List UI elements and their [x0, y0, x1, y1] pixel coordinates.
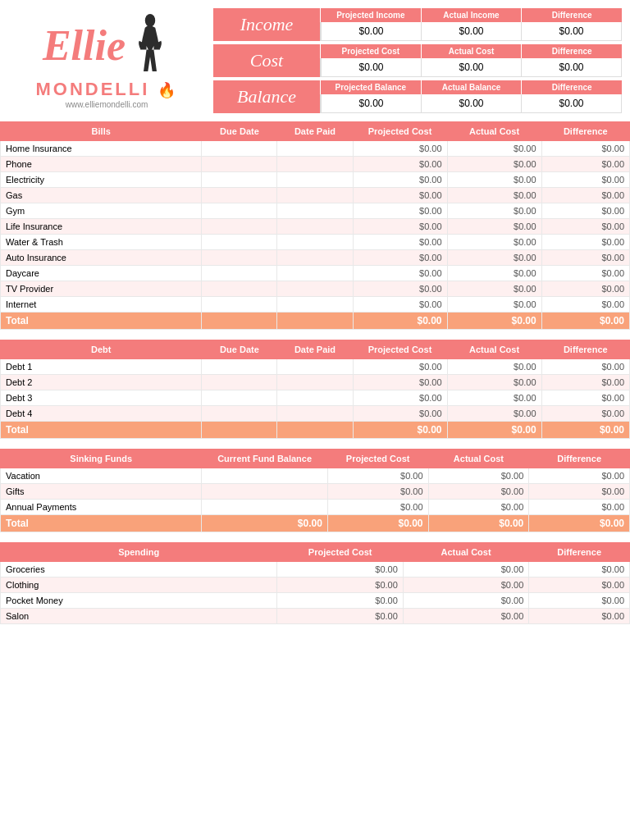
bill-paid[interactable]: [277, 219, 353, 235]
bill-actual[interactable]: $0.00: [447, 219, 541, 235]
spending-actual[interactable]: $0.00: [403, 593, 528, 609]
sinking-balance[interactable]: [202, 500, 327, 515]
bill-proj[interactable]: $0.00: [353, 235, 447, 250]
bill-actual[interactable]: $0.00: [447, 188, 541, 203]
debt-diff: $0.00: [541, 406, 629, 422]
bill-proj[interactable]: $0.00: [353, 281, 447, 297]
bill-actual[interactable]: $0.00: [447, 172, 541, 188]
debt-paid[interactable]: [277, 390, 353, 406]
debt-actual[interactable]: $0.00: [447, 375, 541, 390]
bill-actual[interactable]: $0.00: [447, 157, 541, 172]
bill-name: Life Insurance: [1, 219, 202, 235]
spending-proj[interactable]: $0.00: [277, 578, 403, 593]
debt-actual[interactable]: $0.00: [447, 406, 541, 422]
bill-due[interactable]: [202, 281, 277, 297]
income-diff-value: $0.00: [521, 22, 621, 40]
bill-actual[interactable]: $0.00: [447, 235, 541, 250]
bill-proj[interactable]: $0.00: [353, 188, 447, 203]
debt-actual[interactable]: $0.00: [447, 359, 541, 375]
debt-due[interactable]: [202, 390, 277, 406]
bill-paid[interactable]: [277, 266, 353, 281]
bill-proj[interactable]: $0.00: [353, 297, 447, 313]
bill-actual[interactable]: $0.00: [447, 203, 541, 219]
spending-actual[interactable]: $0.00: [403, 578, 528, 593]
bill-proj[interactable]: $0.00: [353, 219, 447, 235]
bill-due[interactable]: [202, 157, 277, 172]
bill-actual[interactable]: $0.00: [447, 266, 541, 281]
sinking-actual[interactable]: $0.00: [428, 468, 529, 484]
debt-proj[interactable]: $0.00: [353, 390, 447, 406]
bill-paid[interactable]: [277, 141, 353, 157]
bill-due[interactable]: [202, 297, 277, 313]
bills-total-row: Total $0.00 $0.00 $0.00: [1, 313, 630, 330]
bill-due[interactable]: [202, 266, 277, 281]
sinking-actual[interactable]: $0.00: [428, 484, 529, 500]
bills-total-label: Total: [1, 313, 202, 330]
svg-point-0: [145, 13, 155, 26]
debt-total-actual: $0.00: [447, 422, 541, 439]
cost-actual-header: Actual Cost: [421, 44, 522, 58]
sinking-name: Gifts: [1, 484, 202, 500]
debt-paid[interactable]: [277, 375, 353, 390]
debt-paid[interactable]: [277, 406, 353, 422]
bill-due[interactable]: [202, 250, 277, 266]
bill-actual[interactable]: $0.00: [447, 297, 541, 313]
bill-actual[interactable]: $0.00: [447, 281, 541, 297]
bill-due[interactable]: [202, 172, 277, 188]
sinking-proj[interactable]: $0.00: [327, 500, 428, 515]
debt-proj[interactable]: $0.00: [353, 406, 447, 422]
sinking-proj[interactable]: $0.00: [327, 484, 428, 500]
bill-actual[interactable]: $0.00: [447, 250, 541, 266]
bill-paid[interactable]: [277, 250, 353, 266]
bill-proj[interactable]: $0.00: [353, 157, 447, 172]
debt-diff: $0.00: [541, 375, 629, 390]
bill-proj[interactable]: $0.00: [353, 266, 447, 281]
spending-actual[interactable]: $0.00: [403, 609, 528, 624]
bill-due[interactable]: [202, 203, 277, 219]
bill-proj[interactable]: $0.00: [353, 250, 447, 266]
bill-due[interactable]: [202, 141, 277, 157]
debt-paid[interactable]: [277, 359, 353, 375]
bill-diff: $0.00: [541, 203, 629, 219]
sinking-actual[interactable]: $0.00: [428, 500, 529, 515]
income-actual-header: Actual Income: [421, 8, 522, 22]
cost-proj-header: Projected Cost: [320, 44, 421, 58]
income-header-row: Projected Income Actual Income Differenc…: [320, 8, 622, 22]
bill-paid[interactable]: [277, 297, 353, 313]
bills-row: Daycare $0.00 $0.00 $0.00: [1, 266, 630, 281]
spending-proj[interactable]: $0.00: [277, 609, 403, 624]
bill-paid[interactable]: [277, 172, 353, 188]
bills-row: Water & Trash $0.00 $0.00 $0.00: [1, 235, 630, 250]
bill-paid[interactable]: [277, 281, 353, 297]
bill-paid[interactable]: [277, 157, 353, 172]
spending-actual[interactable]: $0.00: [403, 562, 528, 578]
cost-actual-value: $0.00: [421, 58, 521, 76]
spending-proj[interactable]: $0.00: [277, 562, 403, 578]
bill-due[interactable]: [202, 219, 277, 235]
bill-paid[interactable]: [277, 188, 353, 203]
bill-paid[interactable]: [277, 203, 353, 219]
sinking-balance[interactable]: [202, 468, 327, 484]
cost-value-row: $0.00 $0.00 $0.00: [320, 58, 622, 77]
bill-actual[interactable]: $0.00: [447, 141, 541, 157]
debt-table: Debt Due Date Date Paid Projected Cost A…: [0, 340, 630, 439]
bills-section: Bills Due Date Date Paid Projected Cost …: [0, 121, 630, 340]
bill-proj[interactable]: $0.00: [353, 141, 447, 157]
debt-due[interactable]: [202, 359, 277, 375]
sinking-proj[interactable]: $0.00: [327, 468, 428, 484]
bill-proj[interactable]: $0.00: [353, 172, 447, 188]
bill-proj[interactable]: $0.00: [353, 203, 447, 219]
sinking-total-proj: $0.00: [327, 515, 428, 532]
debt-proj[interactable]: $0.00: [353, 375, 447, 390]
debt-due[interactable]: [202, 406, 277, 422]
debt-proj[interactable]: $0.00: [353, 359, 447, 375]
bill-paid[interactable]: [277, 235, 353, 250]
bill-due[interactable]: [202, 188, 277, 203]
debt-actual[interactable]: $0.00: [447, 390, 541, 406]
bill-due[interactable]: [202, 235, 277, 250]
debt-due[interactable]: [202, 375, 277, 390]
balance-diff-value: $0.00: [521, 94, 621, 112]
spending-proj[interactable]: $0.00: [277, 593, 403, 609]
sinking-balance[interactable]: [202, 484, 327, 500]
debt-col-paid: Date Paid: [277, 340, 353, 359]
